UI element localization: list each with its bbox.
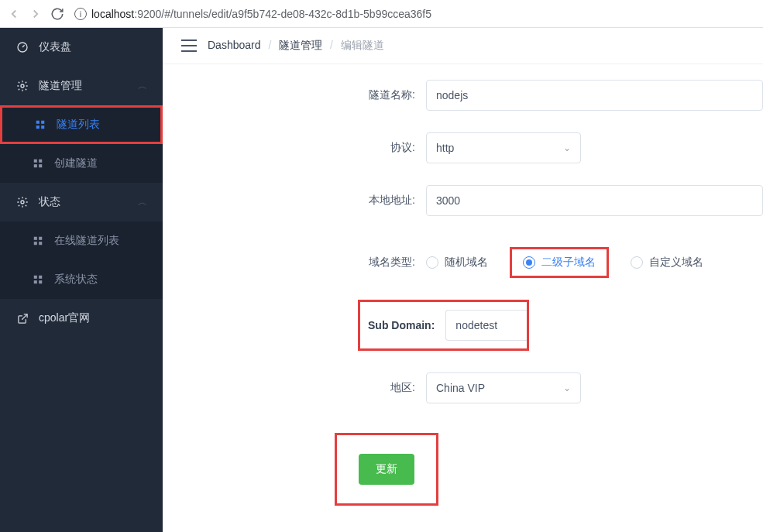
radio-icon <box>631 256 643 269</box>
radio-label: 随机域名 <box>445 256 488 269</box>
svg-rect-16 <box>39 276 42 279</box>
url-text: localhost:9200/#/tunnels/edit/a9f5b742-d… <box>91 8 431 20</box>
sidebar-item-tunnel-list[interactable]: 隧道列表 <box>0 105 163 144</box>
edit-form: 隧道名称: 协议: http ⌄ 本地地址: 域名类型: <box>163 64 763 521</box>
region-select[interactable]: China VIP ⌄ <box>426 372 581 403</box>
svg-rect-3 <box>41 121 44 124</box>
sidebar-item-create-tunnel[interactable]: 创建隧道 <box>0 144 163 183</box>
grid-icon <box>31 235 45 246</box>
sidebar-item-cpolar-site[interactable]: cpolar官网 <box>0 299 163 338</box>
radio-icon <box>523 256 535 269</box>
svg-rect-8 <box>34 164 37 167</box>
domain-type-label: 域名类型: <box>163 256 426 269</box>
svg-point-1 <box>21 84 24 88</box>
sidebar-label: 状态 <box>39 195 60 209</box>
svg-point-10 <box>21 201 24 204</box>
browser-toolbar: i localhost:9200/#/tunnels/edit/a9f5b742… <box>0 0 763 28</box>
svg-rect-6 <box>34 160 37 163</box>
subdomain-field[interactable] <box>455 311 517 340</box>
sidebar-label: 隧道管理 <box>39 79 82 93</box>
chevron-up-icon: ︿ <box>138 196 147 209</box>
chevron-up-icon: ︿ <box>138 80 147 93</box>
svg-rect-4 <box>36 125 40 129</box>
sidebar-item-online-tunnels[interactable]: 在线隧道列表 <box>0 221 163 260</box>
radio-label: 自定义域名 <box>649 256 703 269</box>
subdomain-label: Sub Domain: <box>360 319 445 331</box>
update-button[interactable]: 更新 <box>359 454 414 485</box>
radio-icon <box>426 256 438 269</box>
radio-label: 二级子域名 <box>541 256 596 269</box>
breadcrumb: Dashboard / 隧道管理 / 编辑隧道 <box>208 39 384 53</box>
radio-custom-domain[interactable]: 自定义域名 <box>631 256 703 269</box>
tunnel-name-input[interactable] <box>426 80 763 111</box>
sidebar-label: 创建隧道 <box>54 156 98 170</box>
svg-rect-18 <box>39 280 42 283</box>
gauge-icon <box>15 41 29 53</box>
local-addr-field[interactable] <box>436 186 753 215</box>
protocol-select[interactable]: http ⌄ <box>426 132 581 163</box>
sidebar-item-tunnel-mgmt[interactable]: 隧道管理 ︿ <box>0 67 163 105</box>
sidebar-label: 隧道列表 <box>57 118 100 132</box>
tunnel-name-field[interactable] <box>436 81 753 110</box>
sidebar-item-system-status[interactable]: 系统状态 <box>0 260 163 299</box>
sidebar-label: 系统状态 <box>54 273 98 287</box>
svg-rect-13 <box>34 242 37 245</box>
breadcrumb-separator: / <box>330 39 333 51</box>
svg-rect-15 <box>34 276 37 279</box>
breadcrumb-current: 编辑隧道 <box>341 39 384 51</box>
svg-rect-9 <box>39 164 42 167</box>
url-bar[interactable]: i localhost:9200/#/tunnels/edit/a9f5b742… <box>71 8 757 20</box>
forward-icon[interactable] <box>28 6 43 22</box>
svg-rect-7 <box>39 160 42 163</box>
svg-rect-17 <box>34 280 37 283</box>
chevron-down-icon: ⌄ <box>563 383 571 393</box>
topbar: Dashboard / 隧道管理 / 编辑隧道 <box>163 28 763 64</box>
tunnel-name-label: 隧道名称: <box>163 88 426 102</box>
svg-rect-11 <box>34 237 37 240</box>
breadcrumb-dashboard[interactable]: Dashboard <box>208 39 261 51</box>
sidebar-item-dashboard[interactable]: 仪表盘 <box>0 28 163 67</box>
reload-icon[interactable] <box>50 6 65 22</box>
main-content: Dashboard / 隧道管理 / 编辑隧道 隧道名称: 协议: http ⌄ <box>163 28 763 532</box>
region-value: China VIP <box>436 382 485 394</box>
submit-highlight: 更新 <box>335 433 438 506</box>
sidebar: 仪表盘 隧道管理 ︿ 隧道列表 创建隧道 状态 ︿ <box>0 28 163 532</box>
external-link-icon <box>15 313 29 324</box>
protocol-value: http <box>436 142 454 154</box>
local-addr-label: 本地地址: <box>163 194 426 208</box>
svg-rect-5 <box>41 125 44 129</box>
breadcrumb-separator: / <box>268 39 271 51</box>
radio-subdomain[interactable]: 二级子域名 <box>523 256 596 269</box>
sidebar-label: 仪表盘 <box>39 40 71 54</box>
svg-rect-14 <box>39 242 42 245</box>
grid-icon <box>31 274 45 285</box>
info-icon: i <box>74 8 87 20</box>
chevron-down-icon: ⌄ <box>563 142 571 153</box>
hamburger-icon[interactable] <box>181 39 197 52</box>
svg-rect-12 <box>39 237 42 240</box>
back-icon[interactable] <box>6 6 22 22</box>
radio-random-domain[interactable]: 随机域名 <box>426 256 488 269</box>
sidebar-item-status[interactable]: 状态 ︿ <box>0 183 163 221</box>
domain-type-radio-group: 随机域名 二级子域名 自定义域名 <box>426 247 703 278</box>
grid-icon <box>31 158 45 169</box>
local-addr-input[interactable] <box>426 185 763 216</box>
grid-icon <box>33 119 47 130</box>
gear-icon <box>15 80 29 92</box>
region-label: 地区: <box>163 381 426 395</box>
sidebar-label: cpolar官网 <box>39 311 90 325</box>
protocol-label: 协议: <box>163 141 426 155</box>
svg-rect-2 <box>36 121 40 124</box>
subdomain-input[interactable] <box>445 310 527 341</box>
sidebar-label: 在线隧道列表 <box>54 234 119 248</box>
breadcrumb-tunnel-mgmt[interactable]: 隧道管理 <box>279 39 322 51</box>
gear-icon <box>15 196 29 208</box>
